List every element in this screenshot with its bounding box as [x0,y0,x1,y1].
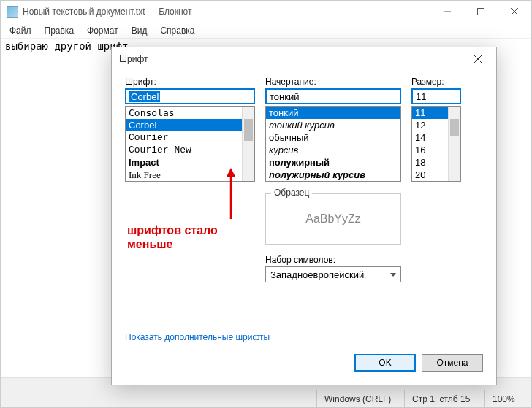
status-position: Стр 1, стлб 15 [404,390,484,407]
style-listbox[interactable]: тонкий тонкий курсив обычный курсив полу… [265,106,401,182]
size-item[interactable]: 18 [412,156,448,169]
size-item[interactable]: 12 [412,119,448,131]
size-item[interactable]: 16 [412,144,448,156]
svg-marker-7 [227,168,235,177]
menu-help[interactable]: Справка [154,24,200,37]
style-item[interactable]: полужирный курсив [266,169,400,181]
dialog-close-button[interactable] [467,49,489,69]
style-label: Начертание: [265,77,401,87]
font-dialog: Шрифт Шрифт: Corbel Consolas Corbel Cour… [111,47,497,385]
statusbar: Windows (CRLF) Стр 1, стлб 15 100% [1,390,531,407]
menu-view[interactable]: Вид [126,24,153,37]
sample-label: Образец [271,188,312,198]
charset-select[interactable]: Западноевропейский [265,266,401,282]
style-item[interactable]: курсив [266,144,400,156]
size-item[interactable]: 11 [412,107,448,119]
menu-edit[interactable]: Правка [39,24,80,37]
maximize-button[interactable] [464,1,498,23]
size-item[interactable]: 14 [412,131,448,144]
menu-file[interactable]: Файл [4,24,37,37]
size-label: Размер: [411,77,461,87]
size-item[interactable]: 20 [412,169,448,181]
sample-text: AaBbYyZz [265,193,401,245]
annotation-arrow-icon [224,168,238,223]
window-title: Новый текстовый документ.txt — Блокнот [23,7,430,17]
dialog-title: Шрифт [119,54,467,64]
minimize-button[interactable] [430,1,464,23]
font-item[interactable]: Consolas [126,107,242,119]
font-item[interactable]: Corbel [126,119,242,131]
dialog-titlebar: Шрифт [112,47,496,71]
more-fonts-link[interactable]: Показать дополнительные шрифты [125,332,270,342]
font-item[interactable]: Courier New [126,144,242,156]
font-item[interactable]: Courier [126,131,242,144]
size-listbox[interactable]: 11 12 14 16 18 20 22 [411,106,461,182]
notepad-icon [7,6,18,18]
style-item[interactable]: тонкий курсив [266,119,400,131]
font-input[interactable]: Corbel [125,88,255,104]
menubar: Файл Правка Формат Вид Справка [1,23,531,39]
style-item[interactable]: полужирный [266,156,400,169]
annotation-text: шрифтов сталоменьше [127,223,218,251]
font-label: Шрифт: [125,77,255,87]
font-item[interactable]: Impact [126,156,242,169]
scrollbar[interactable] [448,107,460,181]
svg-rect-1 [478,9,484,15]
close-button[interactable] [498,1,531,23]
style-item[interactable]: обычный [266,131,400,144]
style-item[interactable]: тонкий [266,107,400,119]
cancel-button[interactable]: Отмена [422,354,483,372]
style-input[interactable]: тонкий [265,88,401,104]
status-zoom: 100% [484,390,531,407]
ok-button[interactable]: OK [354,354,416,372]
scrollbar[interactable] [242,107,254,181]
size-input[interactable]: 11 [411,88,461,104]
menu-format[interactable]: Формат [81,24,124,37]
charset-label: Набор символов: [265,255,401,265]
titlebar: Новый текстовый документ.txt — Блокнот [1,1,531,23]
status-eol: Windows (CRLF) [316,390,404,407]
